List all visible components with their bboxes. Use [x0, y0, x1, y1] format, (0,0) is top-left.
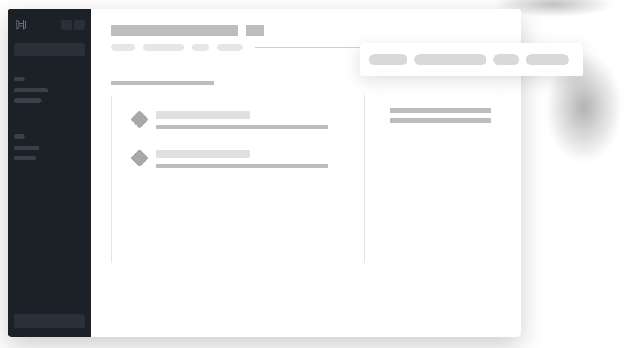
- floating-action-panel: [360, 43, 583, 76]
- tab[interactable]: [111, 44, 135, 51]
- sidebar-nav-item[interactable]: [14, 146, 39, 150]
- tab[interactable]: [143, 44, 184, 51]
- sidebar-top-icons: [61, 20, 85, 30]
- side-card-line: [390, 118, 491, 123]
- list-item-title: [156, 150, 250, 158]
- page-title: [111, 25, 238, 36]
- app-window: [8, 9, 521, 337]
- sidebar: [8, 9, 91, 337]
- hashicorp-logo-icon[interactable]: [14, 17, 29, 32]
- sidebar-nav-item[interactable]: [14, 156, 36, 160]
- sidebar-section-1: [14, 77, 85, 109]
- tab[interactable]: [217, 44, 243, 51]
- sidebar-section-header: [14, 134, 25, 139]
- header-icon-2[interactable]: [74, 20, 85, 30]
- sidebar-nav-item[interactable]: [14, 98, 42, 103]
- action-pill[interactable]: [369, 54, 407, 65]
- side-card: [380, 94, 500, 264]
- list-item[interactable]: [133, 111, 343, 129]
- list-item[interactable]: [133, 150, 343, 168]
- diamond-icon: [131, 149, 149, 167]
- sidebar-footer[interactable]: [14, 314, 85, 328]
- content-row: [111, 94, 500, 264]
- list-item-description: [156, 164, 328, 168]
- action-pill[interactable]: [414, 54, 486, 65]
- list-item-title: [156, 111, 250, 119]
- sidebar-nav-item[interactable]: [14, 88, 48, 92]
- sidebar-section-header: [14, 77, 25, 81]
- action-pill[interactable]: [493, 54, 519, 65]
- list-item-text: [156, 150, 343, 168]
- page-header: [111, 25, 500, 36]
- page-badge: [246, 25, 264, 36]
- header-icon-1[interactable]: [61, 20, 72, 30]
- list-item-text: [156, 111, 343, 129]
- tab[interactable]: [192, 44, 209, 51]
- org-selector[interactable]: [14, 43, 85, 56]
- action-pill[interactable]: [526, 54, 569, 65]
- sidebar-header: [14, 17, 85, 32]
- section-heading: [111, 81, 214, 85]
- diamond-icon: [131, 110, 149, 128]
- main-card: [111, 94, 365, 264]
- side-card-line: [390, 108, 491, 113]
- sidebar-section-2: [14, 134, 85, 166]
- list-item-description: [156, 125, 328, 129]
